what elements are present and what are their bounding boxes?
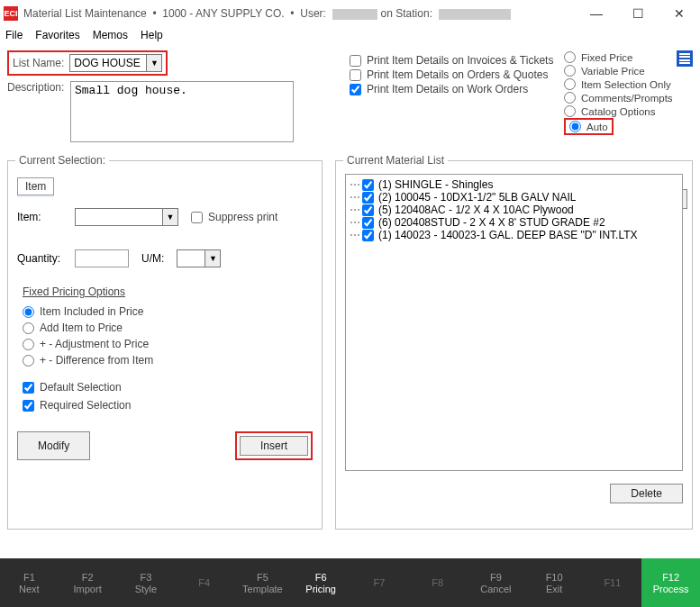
current-material-group: Current Material List ⋯(1) SHINGLE - Shi… — [335, 160, 693, 530]
fkey-f12[interactable]: F12Process — [641, 558, 700, 607]
title-account: 1000 - ANY SUPPLY CO. — [162, 7, 284, 20]
item-tab[interactable]: Item — [17, 177, 54, 195]
minimize-button[interactable]: — — [576, 0, 617, 27]
fkey-f11[interactable]: F11 — [584, 558, 642, 607]
quantity-label: Quantity: — [17, 252, 62, 265]
list-item-check[interactable] — [362, 204, 374, 216]
title-station-value — [439, 9, 511, 20]
check-invoices-box[interactable] — [350, 55, 361, 67]
title-station-label: on Station: — [381, 7, 432, 20]
fkey-f7[interactable]: F7 — [350, 558, 409, 607]
tree-dots: ⋯ — [350, 191, 359, 204]
default-selection-check[interactable]: Default Selection — [23, 381, 313, 394]
check-invoices-label: Print Item Details on Invoices & Tickets — [367, 54, 553, 67]
tree-dots: ⋯ — [350, 229, 359, 241]
suppress-print-check[interactable]: Suppress print — [191, 211, 277, 223]
list-item-label: (1) 140023 - 140023-1 GAL. DEEP BASE "D"… — [378, 229, 638, 241]
list-item-check[interactable] — [362, 230, 374, 241]
description-label: Description: — [7, 81, 65, 94]
current-selection-legend: Current Selection: — [15, 154, 109, 167]
list-item[interactable]: ⋯(1) 140023 - 140023-1 GAL. DEEP BASE "D… — [348, 229, 680, 241]
check-work-orders[interactable]: Print Item Details on Work Orders — [350, 83, 557, 95]
close-button[interactable]: ✕ — [659, 0, 700, 27]
check-work-orders-box[interactable] — [350, 84, 361, 95]
pricing-header: Fixed Pricing Options — [23, 285, 313, 298]
chevron-down-icon[interactable]: ▼ — [146, 55, 161, 71]
item-combo[interactable]: ▼ — [75, 208, 178, 226]
window-title: Material List Maintenance • 1000 - ANY S… — [23, 7, 511, 20]
fkey-f1[interactable]: F1Next — [0, 558, 59, 607]
maximize-button[interactable]: ☐ — [617, 0, 659, 27]
required-selection-check[interactable]: Required Selection — [23, 399, 313, 412]
radio-diff[interactable]: + - Difference from Item — [23, 354, 313, 367]
radio-fixed[interactable]: Fixed Price — [564, 51, 673, 63]
radio-catalog[interactable]: Catalog Options — [564, 105, 673, 117]
title-user-value — [332, 9, 377, 20]
fkey-f8[interactable]: F8 — [408, 558, 467, 607]
radio-adjust[interactable]: + - Adjustment to Price — [23, 338, 313, 350]
check-invoices[interactable]: Print Item Details on Invoices & Tickets — [350, 54, 557, 67]
radio-included[interactable]: Item Included in Price — [23, 305, 313, 318]
list-item[interactable]: ⋯(6) 020408STUD - 2 X 4 X 8' STUD GRADE … — [348, 216, 680, 229]
list-item-label: (2) 100045 - 10DX1-1/2" 5LB GALV NAIL — [378, 191, 577, 204]
um-input[interactable] — [177, 250, 205, 267]
item-input[interactable] — [76, 209, 162, 225]
radio-auto[interactable]: Auto — [569, 121, 608, 132]
list-item-label: (1) SHINGLE - Shingles — [378, 178, 493, 191]
current-material-legend: Current Material List — [343, 154, 448, 167]
menubar: File Favorites Memos Help — [0, 27, 700, 45]
title-user-label: User: — [300, 7, 326, 20]
list-item-label: (6) 020408STUD - 2 X 4 X 8' STUD GRADE #… — [378, 216, 605, 229]
check-orders-label: Print Item Details on Orders & Quotes — [367, 68, 548, 81]
menu-file[interactable]: File — [5, 29, 23, 41]
app-logo: ECI — [4, 6, 18, 21]
fkey-f10[interactable]: F10Exit — [525, 558, 584, 607]
tree-dots: ⋯ — [350, 204, 359, 216]
list-name-input[interactable] — [70, 55, 146, 71]
radio-add[interactable]: Add Item to Price — [23, 322, 313, 334]
tree-dots: ⋯ — [350, 216, 359, 229]
check-orders-box[interactable] — [350, 69, 361, 81]
titlebar: ECI Material List Maintenance • 1000 - A… — [0, 0, 700, 27]
fkey-f5[interactable]: F5Template — [233, 558, 292, 607]
tree-dots: ⋯ — [350, 178, 359, 191]
radio-item-sel[interactable]: Item Selection Only — [564, 78, 673, 90]
fkey-f6[interactable]: F6Pricing — [292, 558, 350, 607]
title-app: Material List Maintenance — [23, 7, 147, 20]
description-textarea[interactable]: Small dog house. — [70, 81, 294, 142]
delete-button[interactable]: Delete — [610, 484, 683, 503]
list-item[interactable]: ⋯(5) 120408AC - 1/2 X 4 X 10AC Plywood — [348, 204, 680, 216]
modify-button[interactable]: Modify — [17, 431, 90, 460]
item-label: Item: — [17, 211, 62, 223]
insert-button[interactable]: Insert — [240, 436, 308, 456]
list-item-label: (5) 120408AC - 1/2 X 4 X 10AC Plywood — [378, 204, 574, 216]
fkey-f4[interactable]: F4 — [175, 558, 233, 607]
list-item-check[interactable] — [362, 192, 374, 204]
menu-favorites[interactable]: Favorites — [35, 29, 79, 41]
list-name-highlight: List Name: ▼ — [7, 50, 168, 76]
fkey-bar: F1NextF2ImportF3StyleF4F5TemplateF6Prici… — [0, 558, 700, 607]
current-selection-group: Current Selection: Item Item: ▼ Suppress… — [7, 160, 323, 530]
list-options-icon[interactable] — [677, 50, 693, 67]
check-work-orders-label: Print Item Details on Work Orders — [367, 83, 528, 95]
check-orders[interactable]: Print Item Details on Orders & Quotes — [350, 68, 557, 81]
chevron-down-icon[interactable]: ▼ — [205, 250, 220, 267]
menu-memos[interactable]: Memos — [93, 29, 128, 41]
um-label: U/M: — [141, 252, 164, 265]
material-list[interactable]: ⋯(1) SHINGLE - Shingles⋯(2) 100045 - 10D… — [345, 174, 683, 471]
radio-comments[interactable]: Comments/Prompts — [564, 92, 673, 104]
menu-help[interactable]: Help — [141, 29, 163, 41]
fkey-f2[interactable]: F2Import — [59, 558, 117, 607]
chevron-down-icon[interactable]: ▼ — [162, 209, 177, 225]
list-item[interactable]: ⋯(2) 100045 - 10DX1-1/2" 5LB GALV NAIL — [348, 191, 680, 204]
list-name-label: List Name: — [13, 57, 64, 69]
list-item[interactable]: ⋯(1) SHINGLE - Shingles — [348, 178, 680, 191]
radio-variable[interactable]: Variable Price — [564, 65, 673, 77]
list-item-check[interactable] — [362, 217, 374, 229]
list-name-combo[interactable]: ▼ — [69, 54, 162, 72]
quantity-input[interactable] — [75, 249, 129, 267]
list-item-check[interactable] — [362, 179, 374, 191]
um-combo[interactable]: ▼ — [177, 249, 221, 267]
fkey-f3[interactable]: F3Style — [117, 558, 176, 607]
fkey-f9[interactable]: F9Cancel — [467, 558, 525, 607]
